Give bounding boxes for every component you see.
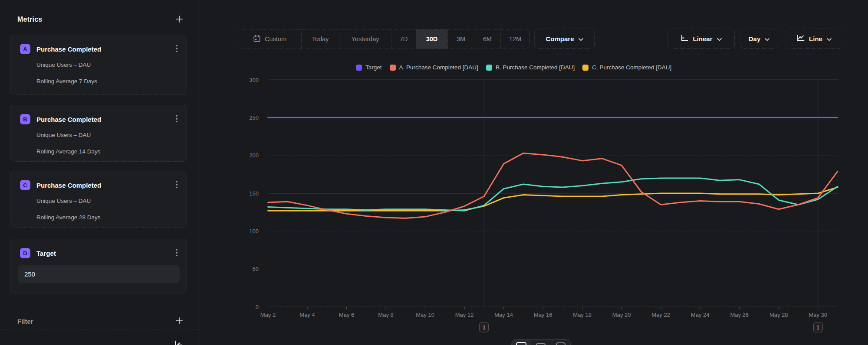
x-tick-label: May 4: [299, 312, 315, 318]
chart-medium-icon-button[interactable]: [531, 340, 550, 345]
y-tick-label: 50: [253, 266, 259, 272]
annotation-badge[interactable]: 1: [813, 322, 823, 332]
x-tick-label: May 14: [494, 312, 513, 318]
y-tick-label: 250: [249, 114, 259, 121]
x-tick-label: May 6: [339, 312, 354, 318]
x-tick-label: May 10: [416, 312, 434, 318]
x-tick-label: May 26: [730, 312, 749, 318]
x-tick-label: May 8: [378, 312, 393, 318]
chart-large-icon-button[interactable]: [512, 340, 531, 345]
y-tick-label: 300: [249, 77, 259, 83]
y-tick-label: 200: [249, 152, 259, 159]
line-chart: 050100150200250300May 2May 4May 6May 8Ma…: [0, 0, 868, 345]
annotation-badge[interactable]: 1: [479, 322, 489, 332]
y-tick-label: 150: [249, 190, 259, 197]
x-tick-label: May 28: [769, 312, 788, 318]
x-tick-label: May 24: [691, 312, 710, 318]
series-line-c: [268, 187, 838, 211]
x-tick-label: May 18: [573, 312, 592, 318]
chart-small-icon: [556, 342, 566, 345]
x-tick-label: May 16: [534, 312, 552, 318]
series-line-a: [268, 153, 838, 218]
chart-size-toggle: [511, 339, 571, 345]
chart-large-icon: [516, 342, 526, 345]
y-tick-label: 100: [249, 228, 259, 234]
x-tick-label: May 2: [260, 312, 276, 318]
y-tick-label: 0: [256, 304, 259, 310]
x-tick-label: May 12: [455, 312, 474, 318]
x-tick-label: May 20: [612, 312, 631, 318]
chart-medium-icon: [536, 343, 546, 345]
chart-small-icon-button[interactable]: [551, 340, 570, 345]
x-tick-label: May 30: [809, 312, 827, 318]
x-tick-label: May 22: [651, 312, 670, 318]
analytics-dashboard: Metrics A Purchase Completed Unique User…: [0, 0, 868, 345]
